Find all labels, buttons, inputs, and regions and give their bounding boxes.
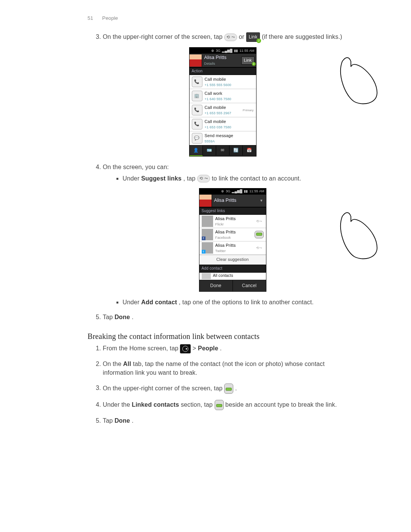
tab-sync[interactable]: 🔄	[229, 145, 243, 155]
contact-name: Alisa Pritts	[204, 54, 237, 61]
breaking-step-1: From the Home screen, tap > People .	[103, 344, 342, 353]
link-button[interactable]: Link 3	[241, 56, 255, 65]
page-header: 51 People	[88, 15, 342, 21]
add-contact-header: Add contact	[199, 265, 266, 273]
pointing-hand-icon	[339, 54, 381, 107]
contact-subtitle: Details	[204, 61, 237, 66]
contact-avatar	[199, 195, 212, 207]
action-row[interactable]: 💬 Send message5559A	[190, 131, 256, 145]
action-row[interactable]: 📞 Call mobile+1 653 038 7580	[190, 117, 256, 131]
done-button[interactable]: Done	[199, 280, 233, 291]
avatar-silhouette: f	[202, 229, 213, 240]
link-icon[interactable]: ⟲⤳	[255, 244, 263, 251]
phone-icon: 📞	[192, 77, 202, 87]
step-4-bullet-1: Under Suggest links , tap ⟲ ⤳ to link th…	[123, 174, 342, 292]
link-count-badge: 3	[252, 62, 256, 66]
step-4: On the screen, you can: Under Suggest li…	[103, 163, 342, 307]
step-4-bullet-2: Under Add contact , tap one of the optio…	[123, 298, 342, 307]
link-icon[interactable]: ⟲⤳	[255, 218, 263, 225]
bottom-tab-bar[interactable]: 👤 🪪 ✉ 🔄 📅	[190, 145, 256, 156]
all-contacts-row[interactable]: All contacts	[199, 273, 266, 280]
manual-page: 51 People On the upper-right corner of t…	[0, 0, 411, 532]
steps-list: On the upper-right corner of the screen,…	[88, 32, 342, 321]
breaking-step-3: On the upper-right corner of the screen,…	[103, 383, 342, 394]
linked-chain-icon	[215, 400, 224, 410]
suggested-contact-row[interactable]: f Alisa PrittsFacebook	[199, 228, 266, 241]
tab-card[interactable]: 🪪	[203, 145, 216, 155]
suggested-contact-row[interactable]: t Alisa PrittsTwitter ⟲⤳	[199, 241, 266, 255]
link-button-inline: Link 2	[246, 32, 260, 42]
page-number: 51	[88, 15, 93, 21]
dropdown-chevron-icon[interactable]: ▾	[257, 196, 266, 205]
status-bar: ⊕3G ▂▄▆█▮▮ 11:55 AM	[199, 189, 266, 195]
breaking-steps-list: From the Home screen, tap > People . On …	[88, 344, 342, 425]
phone-icon: 📞	[192, 119, 202, 129]
step-4-sublist: Under Suggest links , tap ⟲ ⤳ to link th…	[103, 174, 342, 307]
section-heading: Breaking the contact information link be…	[88, 332, 342, 341]
page-section-title: People	[102, 15, 118, 21]
action-row[interactable]: 📞 Call mobile+1 653 555 2967 Primary	[190, 103, 256, 117]
primary-tag: Primary	[241, 108, 256, 113]
suggested-contact-row[interactable]: Alisa PrittsFlickr ⟲⤳	[199, 215, 266, 228]
link-chain-icon: ⟲ ⤳	[224, 34, 237, 41]
contact-name: Alisa Pritts	[214, 197, 255, 204]
breaking-step-4: Under the Linked contacts section, tap b…	[103, 400, 342, 410]
step-5: Tap Done .	[103, 313, 342, 321]
step-3: On the upper-right corner of the screen,…	[103, 32, 342, 157]
phone-screenshot-1: ⊕ 3G ▂▄▆█ ▮▮ 11:55 AM Alisa Pritts Detai…	[103, 47, 342, 157]
action-header: Action	[190, 67, 256, 75]
linked-chain-icon	[224, 383, 233, 394]
phone-icon: 📞	[192, 105, 202, 115]
suggest-links-header: Suggest links	[199, 207, 266, 215]
message-icon: 💬	[192, 133, 202, 144]
linked-icon[interactable]	[255, 231, 264, 238]
avatar-silhouette: t	[202, 242, 213, 254]
action-row[interactable]: 🏢 Call work+1 640 555 7580	[190, 89, 256, 103]
pointing-hand-icon	[339, 209, 381, 262]
phone-work-icon: 🏢	[192, 91, 202, 101]
action-row[interactable]: 📞 Call mobile+1 555 555 5600	[190, 75, 256, 89]
tab-profile[interactable]: 👤	[190, 145, 203, 156]
link-badge-icon: 2	[256, 38, 261, 43]
breaking-step-2: On the All tab, tap the name of the cont…	[103, 359, 342, 377]
status-bar: ⊕ 3G ▂▄▆█ ▮▮ 11:55 AM	[190, 48, 256, 54]
breaking-step-5: Tap Done .	[103, 416, 342, 425]
tab-mail[interactable]: ✉	[216, 145, 229, 155]
contact-avatar	[190, 54, 202, 67]
phone-screenshot-2: ⊕3G ▂▄▆█▮▮ 11:55 AM Alisa Pritts ▾	[123, 188, 342, 292]
apps-button-icon	[180, 344, 191, 353]
tab-calendar[interactable]: 📅	[243, 145, 256, 155]
cancel-button[interactable]: Cancel	[233, 280, 266, 291]
link-chain-icon: ⟲ ⤳	[197, 175, 210, 182]
group-icon	[202, 273, 211, 279]
clear-suggestion-button[interactable]: Clear suggestion	[199, 255, 266, 265]
avatar-silhouette	[202, 216, 213, 227]
